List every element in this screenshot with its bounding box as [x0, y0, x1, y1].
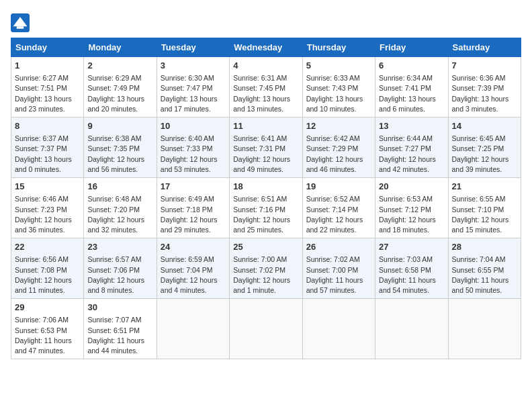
day-number: 16	[87, 181, 152, 193]
day-number: 27	[379, 241, 444, 253]
day-info: Sunrise: 7:03 AM Sunset: 6:58 PM Dayligh…	[379, 255, 444, 295]
day-info: Sunrise: 6:52 AM Sunset: 7:14 PM Dayligh…	[306, 194, 371, 235]
weekday-header-thursday: Thursday	[302, 38, 375, 57]
day-number: 6	[379, 60, 444, 72]
calendar-cell-5-7	[448, 299, 521, 359]
calendar-cell-1-7: 7Sunrise: 6:36 AM Sunset: 7:39 PM Daylig…	[448, 57, 521, 118]
calendar-cell-2-3: 10Sunrise: 6:40 AM Sunset: 7:33 PM Dayli…	[157, 118, 229, 178]
day-number: 12	[306, 120, 371, 132]
weekday-header-friday: Friday	[375, 38, 448, 57]
calendar-week-1: 1Sunrise: 6:27 AM Sunset: 7:51 PM Daylig…	[11, 57, 521, 118]
day-info: Sunrise: 6:31 AM Sunset: 7:45 PM Dayligh…	[233, 73, 298, 114]
day-info: Sunrise: 6:56 AM Sunset: 7:08 PM Dayligh…	[15, 255, 80, 295]
calendar-cell-2-1: 8Sunrise: 6:37 AM Sunset: 7:37 PM Daylig…	[11, 118, 84, 178]
calendar-header: SundayMondayTuesdayWednesdayThursdayFrid…	[11, 38, 521, 57]
calendar-cell-4-2: 23Sunrise: 6:57 AM Sunset: 7:06 PM Dayli…	[84, 238, 157, 299]
calendar-cell-2-5: 12Sunrise: 6:42 AM Sunset: 7:29 PM Dayli…	[302, 118, 375, 178]
calendar-cell-5-2: 30Sunrise: 7:07 AM Sunset: 6:51 PM Dayli…	[84, 299, 157, 359]
day-number: 9	[87, 120, 152, 132]
weekday-header-sunday: Sunday	[11, 38, 84, 57]
calendar-cell-2-7: 14Sunrise: 6:45 AM Sunset: 7:25 PM Dayli…	[448, 118, 521, 178]
day-info: Sunrise: 6:57 AM Sunset: 7:06 PM Dayligh…	[87, 255, 152, 295]
calendar-cell-3-2: 16Sunrise: 6:48 AM Sunset: 7:20 PM Dayli…	[84, 178, 157, 238]
day-info: Sunrise: 7:07 AM Sunset: 6:51 PM Dayligh…	[87, 315, 152, 356]
calendar-cell-1-6: 6Sunrise: 6:34 AM Sunset: 7:41 PM Daylig…	[375, 57, 448, 118]
day-info: Sunrise: 6:44 AM Sunset: 7:27 PM Dayligh…	[379, 134, 444, 175]
day-number: 24	[161, 241, 226, 253]
day-info: Sunrise: 6:46 AM Sunset: 7:23 PM Dayligh…	[15, 194, 80, 235]
calendar-cell-5-3	[157, 299, 229, 359]
calendar-cell-5-6	[375, 299, 448, 359]
day-info: Sunrise: 6:45 AM Sunset: 7:25 PM Dayligh…	[452, 134, 517, 175]
day-info: Sunrise: 6:48 AM Sunset: 7:20 PM Dayligh…	[87, 194, 152, 235]
calendar-cell-2-4: 11Sunrise: 6:41 AM Sunset: 7:31 PM Dayli…	[230, 118, 302, 178]
calendar-cell-5-1: 29Sunrise: 7:06 AM Sunset: 6:53 PM Dayli…	[11, 299, 84, 359]
weekday-header-tuesday: Tuesday	[157, 38, 229, 57]
day-info: Sunrise: 6:41 AM Sunset: 7:31 PM Dayligh…	[233, 134, 298, 175]
logo	[11, 13, 32, 32]
day-number: 13	[379, 120, 444, 132]
day-info: Sunrise: 6:36 AM Sunset: 7:39 PM Dayligh…	[452, 73, 517, 114]
day-info: Sunrise: 6:37 AM Sunset: 7:37 PM Dayligh…	[15, 134, 80, 175]
weekday-header-saturday: Saturday	[448, 38, 521, 57]
day-info: Sunrise: 6:53 AM Sunset: 7:12 PM Dayligh…	[379, 194, 444, 235]
day-number: 25	[233, 241, 298, 253]
calendar-table: SundayMondayTuesdayWednesdayThursdayFrid…	[11, 38, 521, 359]
day-info: Sunrise: 6:38 AM Sunset: 7:35 PM Dayligh…	[87, 134, 152, 175]
calendar-cell-4-7: 28Sunrise: 7:04 AM Sunset: 6:55 PM Dayli…	[448, 238, 521, 299]
calendar-cell-5-4	[230, 299, 302, 359]
calendar-cell-3-1: 15Sunrise: 6:46 AM Sunset: 7:23 PM Dayli…	[11, 178, 84, 238]
calendar-cell-3-4: 18Sunrise: 6:51 AM Sunset: 7:16 PM Dayli…	[230, 178, 302, 238]
day-info: Sunrise: 7:02 AM Sunset: 7:00 PM Dayligh…	[306, 255, 371, 295]
header	[11, 11, 521, 32]
calendar-cell-5-5	[302, 299, 375, 359]
day-number: 4	[233, 60, 298, 72]
day-number: 15	[15, 181, 80, 193]
day-number: 11	[233, 120, 298, 132]
day-info: Sunrise: 6:49 AM Sunset: 7:18 PM Dayligh…	[161, 194, 226, 235]
day-info: Sunrise: 6:51 AM Sunset: 7:16 PM Dayligh…	[233, 194, 298, 235]
day-info: Sunrise: 6:33 AM Sunset: 7:43 PM Dayligh…	[306, 73, 371, 114]
weekday-header-monday: Monday	[84, 38, 157, 57]
day-info: Sunrise: 6:34 AM Sunset: 7:41 PM Dayligh…	[379, 73, 444, 114]
day-number: 10	[161, 120, 226, 132]
weekday-header-wednesday: Wednesday	[230, 38, 302, 57]
day-info: Sunrise: 6:27 AM Sunset: 7:51 PM Dayligh…	[15, 73, 80, 114]
calendar-cell-3-5: 19Sunrise: 6:52 AM Sunset: 7:14 PM Dayli…	[302, 178, 375, 238]
day-number: 14	[452, 120, 517, 132]
day-number: 22	[15, 241, 80, 253]
day-info: Sunrise: 7:04 AM Sunset: 6:55 PM Dayligh…	[452, 255, 517, 295]
day-number: 29	[15, 302, 80, 314]
day-number: 7	[452, 60, 517, 72]
calendar-cell-4-4: 25Sunrise: 7:00 AM Sunset: 7:02 PM Dayli…	[230, 238, 302, 299]
day-number: 5	[306, 60, 371, 72]
svg-rect-2	[17, 26, 24, 29]
calendar-cell-1-5: 5Sunrise: 6:33 AM Sunset: 7:43 PM Daylig…	[302, 57, 375, 118]
calendar-cell-3-3: 17Sunrise: 6:49 AM Sunset: 7:18 PM Dayli…	[157, 178, 229, 238]
day-number: 18	[233, 181, 298, 193]
day-number: 21	[452, 181, 517, 193]
day-info: Sunrise: 6:40 AM Sunset: 7:33 PM Dayligh…	[161, 134, 226, 175]
day-info: Sunrise: 6:59 AM Sunset: 7:04 PM Dayligh…	[161, 255, 226, 295]
calendar-cell-1-1: 1Sunrise: 6:27 AM Sunset: 7:51 PM Daylig…	[11, 57, 84, 118]
calendar-cell-4-3: 24Sunrise: 6:59 AM Sunset: 7:04 PM Dayli…	[157, 238, 229, 299]
calendar-cell-4-6: 27Sunrise: 7:03 AM Sunset: 6:58 PM Dayli…	[375, 238, 448, 299]
calendar-week-3: 15Sunrise: 6:46 AM Sunset: 7:23 PM Dayli…	[11, 178, 521, 238]
logo-icon	[11, 13, 30, 32]
calendar-week-5: 29Sunrise: 7:06 AM Sunset: 6:53 PM Dayli…	[11, 299, 521, 359]
calendar-cell-1-2: 2Sunrise: 6:29 AM Sunset: 7:49 PM Daylig…	[84, 57, 157, 118]
weekday-header-row: SundayMondayTuesdayWednesdayThursdayFrid…	[11, 38, 521, 57]
day-number: 1	[15, 60, 80, 72]
day-number: 17	[161, 181, 226, 193]
day-info: Sunrise: 6:29 AM Sunset: 7:49 PM Dayligh…	[87, 73, 152, 114]
calendar-week-4: 22Sunrise: 6:56 AM Sunset: 7:08 PM Dayli…	[11, 238, 521, 299]
day-number: 26	[306, 241, 371, 253]
day-number: 23	[87, 241, 152, 253]
calendar-cell-1-4: 4Sunrise: 6:31 AM Sunset: 7:45 PM Daylig…	[230, 57, 302, 118]
calendar-cell-3-7: 21Sunrise: 6:55 AM Sunset: 7:10 PM Dayli…	[448, 178, 521, 238]
calendar-cell-4-1: 22Sunrise: 6:56 AM Sunset: 7:08 PM Dayli…	[11, 238, 84, 299]
calendar-cell-2-6: 13Sunrise: 6:44 AM Sunset: 7:27 PM Dayli…	[375, 118, 448, 178]
day-info: Sunrise: 7:06 AM Sunset: 6:53 PM Dayligh…	[15, 315, 80, 356]
calendar-cell-2-2: 9Sunrise: 6:38 AM Sunset: 7:35 PM Daylig…	[84, 118, 157, 178]
day-number: 8	[15, 120, 80, 132]
